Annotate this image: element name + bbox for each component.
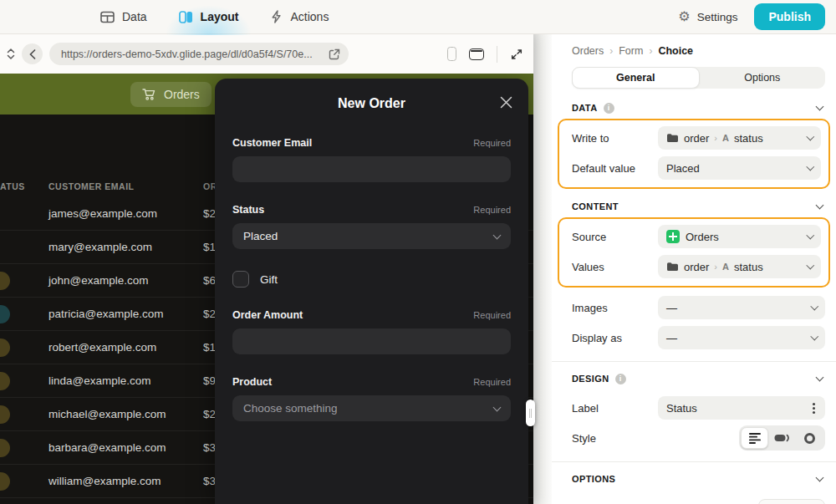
chevron-down-icon [806, 133, 813, 140]
chevron-down-icon [810, 333, 818, 340]
tab-actions[interactable]: Actions [270, 10, 329, 23]
chevron-down-icon[interactable] [816, 201, 824, 210]
images-dropdown[interactable]: — [658, 296, 825, 319]
style-chips-option[interactable] [768, 427, 796, 449]
desktop-preview-icon[interactable] [469, 48, 484, 60]
breadcrumb-form[interactable]: Form [619, 45, 643, 57]
label-input-value: Status [666, 402, 697, 415]
section-data-title: DATA [572, 103, 598, 113]
breadcrumb-orders[interactable]: Orders [572, 45, 604, 57]
settings-label: Settings [697, 11, 738, 23]
publish-button[interactable]: Publish [754, 3, 825, 30]
display-as-row: Display as — [572, 326, 825, 349]
display-as-value: — [666, 332, 677, 344]
app-screen: Orders ATUS CUSTOMER EMAIL OR james@exam… [0, 74, 533, 504]
open-external-icon[interactable] [329, 48, 340, 60]
product-select-placeholder: Choose something [243, 402, 338, 415]
default-value-text: Placed [666, 162, 700, 175]
chevron-down-icon [806, 163, 813, 171]
section-divider [552, 361, 836, 362]
values-dropdown[interactable]: order › A status [658, 255, 821, 278]
gift-label: Gift [260, 273, 278, 286]
chevron-down-icon [493, 231, 502, 239]
tab-data[interactable]: Data [100, 10, 147, 23]
cell-amount: $2 [203, 408, 216, 420]
style-radio-option[interactable] [796, 427, 823, 449]
preview-resize-handle[interactable] [526, 400, 535, 426]
nav-orders-button[interactable]: Orders [130, 82, 212, 107]
tab-layout[interactable]: Layout [179, 10, 239, 23]
breadcrumb-choice: Choice [658, 45, 693, 57]
tab-options[interactable]: Options [700, 67, 826, 89]
column-type-icon: A [722, 262, 729, 272]
info-icon[interactable]: i [604, 103, 614, 114]
gift-checkbox[interactable] [232, 271, 249, 288]
pane-gap [533, 34, 552, 504]
section-design-header[interactable]: DESIGN i [572, 372, 825, 385]
status-select[interactable]: Placed [232, 223, 511, 249]
images-value: — [666, 302, 677, 314]
content-highlight-group: Source Orders Values order › A status [558, 217, 830, 288]
label-input[interactable]: Status [658, 396, 825, 420]
new-order-modal: New Order Customer Email Required Status… [215, 79, 528, 504]
status-label: Status [232, 204, 264, 216]
breadcrumb-separator: › [609, 45, 613, 57]
back-button[interactable] [22, 43, 43, 64]
display-as-dropdown[interactable]: — [658, 326, 825, 349]
customer-email-input[interactable] [232, 156, 511, 182]
status-pill-fragment [0, 305, 10, 323]
modal-title: New Order [338, 96, 405, 110]
phone-preview-icon[interactable] [447, 47, 456, 61]
label-field-label: Label [572, 402, 658, 415]
order-amount-input[interactable] [232, 328, 511, 354]
chevron-down-icon[interactable] [816, 103, 824, 111]
settings-button[interactable]: ⚙ Settings [678, 10, 737, 23]
write-to-label: Write to [572, 132, 658, 145]
product-select[interactable]: Choose something [232, 395, 511, 421]
display-as-label: Display as [572, 332, 658, 344]
table-name: order [684, 261, 709, 273]
default-value-dropdown[interactable]: Placed [658, 156, 821, 180]
cell-email: michael@example.com [48, 408, 203, 420]
info-icon[interactable]: i [615, 374, 626, 384]
panel-tabs: General Options [572, 67, 825, 89]
cell-amount: $3 [203, 441, 216, 454]
chevron-down-icon [806, 262, 813, 269]
glide-builder-window: Data Layout Actions ⚙ Settings Publish [0, 0, 836, 504]
chevron-down-icon[interactable] [816, 474, 824, 482]
status-pill-fragment [0, 272, 10, 290]
write-to-dropdown[interactable]: order › A status [658, 126, 821, 150]
tab-general[interactable]: General [572, 67, 700, 89]
limit-items-row: Limit number of items 10 [572, 499, 825, 504]
required-badge: Required [473, 310, 511, 320]
column-type-icon: A [722, 133, 729, 143]
folder-icon [666, 133, 678, 143]
kebab-menu-icon[interactable] [813, 407, 815, 410]
section-content-header[interactable]: CONTENT [572, 200, 825, 213]
style-list-option[interactable] [741, 427, 768, 449]
modal-titlebar: New Order [215, 79, 528, 111]
section-options-header[interactable]: OPTIONS [572, 472, 825, 486]
source-dropdown[interactable]: Orders [658, 225, 821, 248]
chevron-down-icon[interactable] [816, 374, 824, 382]
cell-amount: $9 [203, 374, 216, 387]
write-to-row: Write to order › A status [572, 126, 821, 150]
preview-browser-chrome: https://orders-demo-5xdv.glide.page/dl/d… [0, 34, 533, 74]
cell-amount: $3 [203, 475, 216, 487]
fullscreen-icon[interactable] [510, 48, 523, 61]
status-pill-fragment [0, 405, 10, 424]
images-label: Images [572, 302, 658, 314]
values-label: Values [572, 261, 658, 273]
order-amount-label: Order Amount [232, 309, 303, 321]
section-data-header[interactable]: DATA i [572, 101, 825, 115]
collapse-sidebar-icon[interactable] [7, 47, 15, 61]
cell-email: linda@example.com [48, 374, 203, 387]
column-name: status [734, 132, 763, 145]
modal-close-button[interactable] [500, 96, 512, 109]
builder-mode-tabs: Data Layout Actions [100, 10, 329, 23]
limit-items-input[interactable]: 10 [758, 499, 825, 504]
layout-book-icon [179, 11, 193, 23]
url-bar[interactable]: https://orders-demo-5xdv.glide.page/dl/d… [49, 43, 349, 65]
field-label-row: Customer Email Required [215, 137, 528, 149]
properties-panel: Orders › Form › Choice General Options D… [552, 34, 836, 504]
